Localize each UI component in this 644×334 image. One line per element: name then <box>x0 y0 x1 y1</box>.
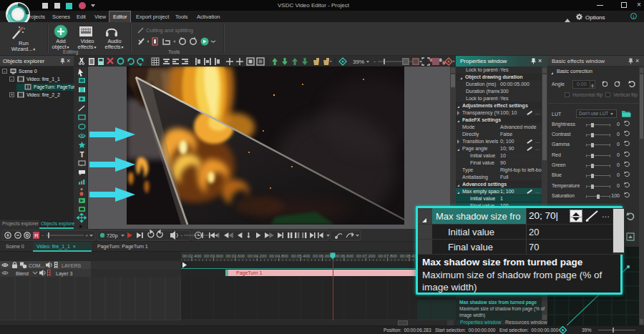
svg-text:39%: 39% <box>353 59 364 65</box>
svg-text:00:07.800: 00:07.800 <box>378 254 397 258</box>
svg-text:00:04.200: 00:04.200 <box>248 254 267 258</box>
svg-text:00:03.600: 00:03.600 <box>225 254 245 258</box>
svg-text:00:02.400: 00:02.400 <box>182 254 202 258</box>
svg-text:Blend: Blend <box>16 271 29 276</box>
svg-text:-: - <box>374 58 376 65</box>
svg-text:00:07.200: 00:07.200 <box>356 254 376 258</box>
svg-text:COM...: COM... <box>29 263 44 268</box>
svg-text:00:05.400: 00:05.400 <box>291 254 311 258</box>
svg-text:-: - <box>180 232 182 239</box>
svg-text:LAYERS: LAYERS <box>62 263 81 268</box>
svg-text:Layer 3: Layer 3 <box>56 271 72 277</box>
svg-text:R: R <box>34 232 39 239</box>
svg-text:00:06.600: 00:06.600 <box>334 254 353 258</box>
svg-text:+: + <box>85 232 89 239</box>
svg-text:00:04.800: 00:04.800 <box>269 254 288 258</box>
svg-text:-: - <box>42 232 44 239</box>
svg-text:00:03.000: 00:03.000 <box>204 254 223 258</box>
svg-text:720p: 720p <box>107 233 118 239</box>
svg-text:T: T <box>79 151 84 159</box>
